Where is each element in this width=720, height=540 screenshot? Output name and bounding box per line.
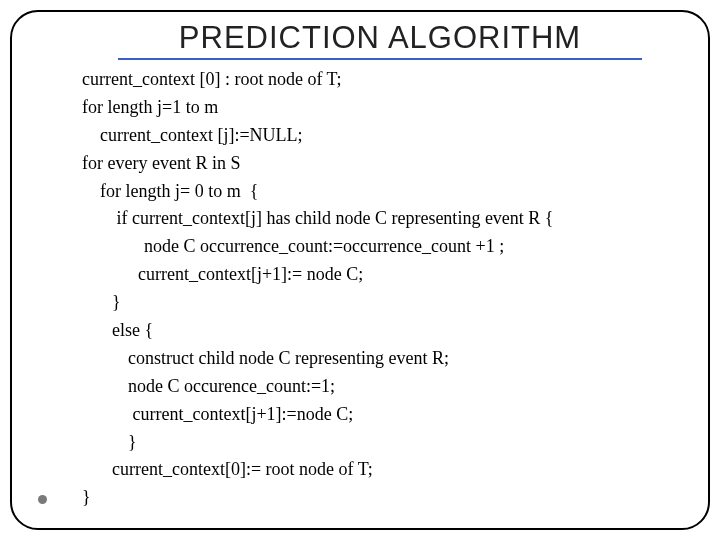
code-line: for length j=1 to m	[82, 94, 672, 122]
code-line: }	[82, 289, 672, 317]
code-line: }	[82, 429, 672, 457]
bullet-icon	[38, 495, 47, 504]
code-line: }	[82, 484, 672, 512]
code-line: else {	[82, 317, 672, 345]
slide-frame: PREDICTION ALGORITHM current_context [0]…	[10, 10, 710, 530]
code-line: node C occurrence_count:=occurrence_coun…	[82, 233, 672, 261]
code-line: current_context[j+1]:=node C;	[82, 401, 672, 429]
code-line: current_context[0]:= root node of T;	[82, 456, 672, 484]
algorithm-body: current_context [0] : root node of T;for…	[48, 66, 672, 512]
code-line: current_context [0] : root node of T;	[82, 66, 672, 94]
code-line: construct child node C representing even…	[82, 345, 672, 373]
slide-title: PREDICTION ALGORITHM	[118, 20, 642, 60]
code-line: current_context [j]:=NULL;	[82, 122, 672, 150]
code-line: node C occurence_count:=1;	[82, 373, 672, 401]
code-line: for every event R in S	[82, 150, 672, 178]
code-line: current_context[j+1]:= node C;	[82, 261, 672, 289]
code-line: for length j= 0 to m {	[82, 178, 672, 206]
code-line: if current_context[j] has child node C r…	[82, 205, 672, 233]
